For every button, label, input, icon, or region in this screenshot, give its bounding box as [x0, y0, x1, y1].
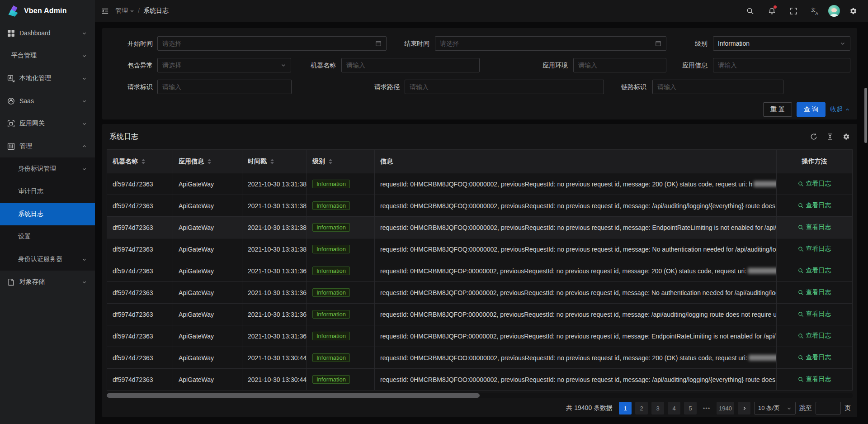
sidebar-item-label: 设置	[18, 233, 31, 241]
request-id-input[interactable]	[157, 80, 292, 94]
col-header-app-info[interactable]: 应用信息	[173, 150, 242, 173]
request-path-label: 请求路径	[365, 80, 400, 94]
view-log-button[interactable]: 查看日志	[798, 288, 831, 296]
collapse-filter-link[interactable]: 收起	[830, 105, 850, 114]
end-time-input[interactable]	[435, 36, 666, 51]
page-button[interactable]: 2	[635, 402, 648, 414]
page-button[interactable]: 3	[651, 402, 664, 414]
logo[interactable]: Vben Admin	[0, 0, 95, 22]
sidebar-item-manage[interactable]: 管理	[0, 135, 95, 157]
sidebar-item-gateway[interactable]: 应用网关	[0, 112, 95, 135]
level-select[interactable]	[713, 36, 850, 51]
user-avatar[interactable]	[828, 5, 840, 17]
machine-name-field[interactable]	[346, 62, 475, 69]
app-info-field[interactable]	[718, 62, 845, 69]
sidebar-item-identity-management[interactable]: 身份标识管理	[0, 157, 95, 180]
sort-icon[interactable]	[208, 159, 211, 164]
view-log-button[interactable]: 查看日志	[798, 375, 831, 383]
view-log-button[interactable]: 查看日志	[798, 223, 831, 231]
page-scrollbar-thumb[interactable]	[864, 88, 867, 143]
search-icon[interactable]	[741, 0, 759, 22]
page-button[interactable]: 5	[684, 402, 697, 414]
svg-text:A: A	[815, 11, 818, 15]
search-button[interactable]: 查 询	[797, 102, 826, 117]
sidebar-item-audit-log[interactable]: 审计日志	[0, 180, 95, 203]
table-row: df5974d72363 ApiGateWay 2021-10-30 13:31…	[107, 217, 853, 238]
request-path-input[interactable]	[405, 80, 604, 94]
jump-page-input[interactable]	[816, 402, 841, 414]
view-log-button[interactable]: 查看日志	[798, 267, 831, 275]
start-time-label: 开始时间	[118, 36, 153, 51]
cell-timestamp: 2021-10-30 13:31:38	[242, 217, 307, 238]
request-path-field[interactable]	[410, 83, 599, 91]
header-settings-gear-icon[interactable]	[844, 0, 862, 22]
table-row: df5974d72363 ApiGateWay 2021-10-30 13:30…	[107, 369, 853, 391]
end-time-field[interactable]	[440, 40, 651, 47]
cell-message: requestId: 0HMCRBM8JQFOQ:00000002, previ…	[375, 195, 777, 217]
breadcrumb-parent[interactable]: 管理	[115, 7, 134, 15]
horizontal-scrollbar-thumb[interactable]	[107, 393, 480, 398]
machine-name-input[interactable]	[341, 58, 480, 72]
cell-message: requestId: 0HMCRBM8JQFOO:00000002, previ…	[375, 369, 777, 391]
sort-icon[interactable]	[329, 159, 332, 164]
environment-field[interactable]	[578, 62, 661, 69]
sort-icon[interactable]	[270, 159, 274, 164]
view-log-button[interactable]: 查看日志	[798, 201, 831, 210]
page-button[interactable]: 4	[668, 402, 680, 414]
menu-fold-icon[interactable]	[101, 7, 109, 15]
sidebar-item-settings[interactable]: 设置	[0, 225, 95, 248]
start-time-input[interactable]	[157, 36, 387, 51]
sidebar-item-system-log[interactable]: 系统日志	[0, 203, 95, 225]
redacted-text	[754, 181, 776, 187]
request-id-field[interactable]	[162, 83, 287, 91]
top-header: 管理 / 系统日志 文A	[95, 0, 868, 22]
sidebar-item-label: 身份认证服务器	[18, 255, 62, 263]
view-log-button[interactable]: 查看日志	[798, 180, 831, 188]
table-settings-gear-icon[interactable]	[843, 133, 850, 140]
exception-field[interactable]	[162, 62, 277, 69]
sidebar-item-localization[interactable]: 本地化管理	[0, 67, 95, 90]
start-time-field[interactable]	[162, 40, 372, 47]
level-badge: Information	[312, 332, 350, 340]
table-row: df5974d72363 ApiGateWay 2021-10-30 13:31…	[107, 325, 853, 347]
cell-level: Information	[307, 304, 375, 325]
reset-button[interactable]: 重 置	[763, 102, 792, 117]
level-value[interactable]	[718, 40, 836, 47]
sidebar-item-auth-server[interactable]: 身份认证服务器	[0, 248, 95, 271]
exception-select[interactable]	[157, 58, 291, 72]
sidebar-item-saas[interactable]: Saas	[0, 90, 95, 112]
page-button[interactable]: 1940	[717, 402, 734, 414]
next-page-button[interactable]	[738, 402, 750, 414]
redacted-text	[749, 355, 777, 361]
sidebar-item-platform[interactable]: 平台管理	[0, 44, 95, 67]
notification-bell-icon[interactable]	[763, 0, 780, 22]
magnifier-icon	[798, 224, 804, 230]
page-size-value: 10 条/页	[758, 404, 780, 412]
sort-icon[interactable]	[142, 159, 145, 164]
cell-machine: df5974d72363	[107, 369, 173, 391]
trace-id-field[interactable]	[657, 83, 778, 91]
page-button[interactable]: 1	[619, 402, 632, 414]
sidebar-item-label: 平台管理	[11, 52, 37, 60]
view-log-button[interactable]: 查看日志	[798, 310, 831, 318]
refresh-icon[interactable]	[810, 133, 817, 140]
app-info-input[interactable]	[713, 58, 850, 72]
page-size-select[interactable]: 10 条/页	[754, 402, 796, 414]
col-header-timestamp[interactable]: 时间戳	[242, 150, 307, 173]
environment-input[interactable]	[573, 58, 666, 72]
page-button[interactable]: •••	[700, 402, 713, 414]
sidebar-item-dashboard[interactable]: Dashboard	[0, 22, 95, 44]
view-log-button[interactable]: 查看日志	[798, 353, 831, 362]
view-log-button[interactable]: 查看日志	[798, 245, 831, 253]
sidebar-item-object-storage[interactable]: 对象存储	[0, 271, 95, 293]
chevron-down-icon	[82, 167, 87, 172]
sidebar-item-label: 身份标识管理	[18, 165, 56, 173]
col-header-level[interactable]: 级别	[307, 150, 375, 173]
row-height-icon[interactable]	[826, 133, 834, 140]
cell-timestamp: 2021-10-30 13:31:36	[242, 304, 307, 325]
view-log-button[interactable]: 查看日志	[798, 332, 831, 340]
fullscreen-icon[interactable]	[785, 0, 802, 22]
col-header-machine[interactable]: 机器名称	[107, 150, 173, 173]
translate-icon[interactable]: 文A	[807, 0, 824, 22]
trace-id-input[interactable]	[652, 80, 783, 94]
